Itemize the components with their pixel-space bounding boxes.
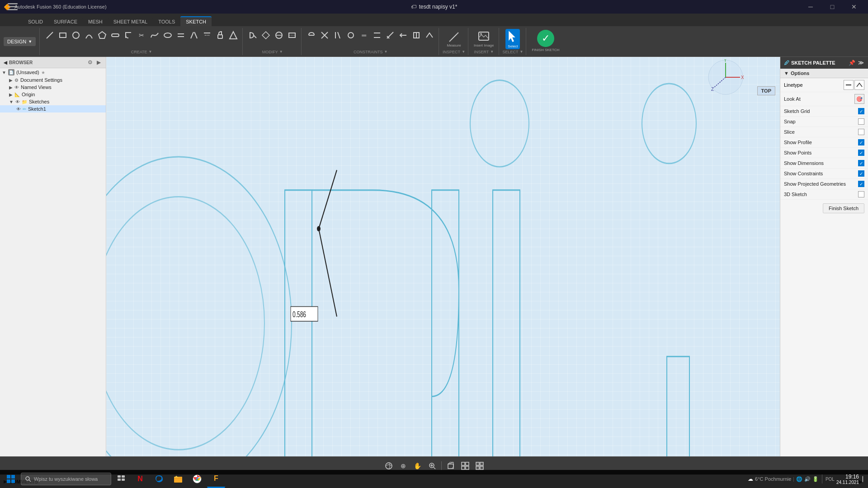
inspect-group-label[interactable]: INSPECT ▼ (443, 50, 465, 54)
select-button[interactable]: Select (505, 29, 520, 49)
tab-sketch[interactable]: SKETCH (180, 16, 212, 26)
constraint-btn8[interactable] (397, 29, 410, 42)
options-collapse-icon: ▼ (784, 70, 789, 76)
select-group-label[interactable]: SELECT ▼ (503, 50, 524, 54)
modify-btn4[interactable] (286, 29, 298, 42)
constraint-btn7[interactable] (384, 29, 396, 42)
tree-item-origin[interactable]: ▶ 📐 Origin (0, 91, 106, 98)
tray-volume-icon[interactable]: 🔊 (804, 476, 811, 482)
finish-sketch-palette-button[interactable]: Finish Sketch (823, 203, 864, 213)
line-tool-button[interactable] (43, 29, 56, 42)
show-projected-checkbox[interactable]: ✓ (858, 181, 864, 187)
modify-btn1[interactable] (246, 29, 259, 42)
tab-surface[interactable]: SURFACE (48, 17, 83, 26)
snap-checkbox[interactable] (858, 118, 864, 125)
show-dimensions-checkbox[interactable]: ✓ (858, 160, 864, 166)
tab-sheet-metal[interactable]: SHEET METAL (108, 17, 153, 26)
lock-tool-button[interactable] (214, 29, 226, 42)
offset-tool-button[interactable] (201, 29, 213, 42)
modify-btn3[interactable] (273, 29, 285, 42)
modify-btn2[interactable] (259, 29, 272, 42)
finish-sketch-button[interactable]: ✓ FINISH SKETCH (530, 29, 561, 53)
viewport[interactable]: X Y Z TOP (106, 57, 780, 456)
axis-indicator: X Y Z (708, 59, 744, 95)
tree-item-unsaved[interactable]: ▼ 📄 (Unsaved) ★ (0, 68, 106, 76)
svg-point-5 (73, 32, 79, 38)
tray-sep2 (822, 474, 822, 483)
window-controls[interactable]: ─ □ ✕ (800, 0, 864, 14)
restore-button[interactable]: □ (822, 0, 843, 14)
spline-tool-button[interactable] (148, 29, 161, 42)
show-desktop-btn[interactable]: ▏ (863, 476, 866, 482)
constraints-group-label[interactable]: CONSTRAINTS ▼ (305, 50, 436, 54)
constraint-btn2[interactable] (318, 29, 331, 42)
constraint-btn9[interactable] (410, 29, 423, 42)
rectangle-tool-button[interactable] (57, 29, 69, 42)
tree-item-named-views[interactable]: ▶ 👁 Named Views (0, 84, 106, 91)
browser-expand-btn[interactable]: ▶ (95, 59, 102, 66)
insert-image-button[interactable]: Insert Image (472, 29, 495, 48)
mirror-tool-button[interactable] (188, 29, 200, 42)
modify-group-label[interactable]: MODIFY ▼ (246, 50, 298, 54)
3d-sketch-checkbox[interactable] (858, 191, 864, 197)
ellipse-tool-button[interactable] (161, 29, 174, 42)
design-dropdown[interactable]: DESIGN ▼ (4, 28, 40, 55)
taskbar-netflix-app[interactable]: N (131, 470, 149, 488)
palette-pin-icon[interactable]: 📌 (848, 59, 855, 66)
taskbar-chrome-app[interactable] (188, 470, 206, 488)
start-button[interactable] (2, 470, 20, 488)
slice-checkbox[interactable] (858, 129, 864, 135)
browser-collapse-btn[interactable]: ◀ (4, 60, 7, 65)
tree-item-sketches[interactable]: ▼ 👁 📁 Sketches (0, 98, 106, 105)
sketch-grid-checkbox[interactable]: ✓ (858, 108, 864, 114)
lang-indicator[interactable]: POL (826, 477, 835, 482)
tab-mesh[interactable]: MESH (83, 17, 108, 26)
show-points-checkbox[interactable]: ✓ (858, 150, 864, 156)
polygon-tool-button[interactable] (96, 29, 108, 42)
taskbar-left: N F (2, 470, 225, 488)
show-constraints-checkbox[interactable]: ✓ (858, 170, 864, 177)
browser-settings-btn[interactable]: ⚙ (86, 59, 94, 66)
close-button[interactable]: ✕ (844, 0, 864, 14)
tray-battery-icon[interactable]: 🔋 (812, 476, 819, 482)
taskbar-fusion-app[interactable]: F (207, 470, 225, 488)
minimize-button[interactable]: ─ (800, 0, 821, 14)
palette-expand-icon[interactable]: ≫ (857, 59, 864, 66)
slot-tool-button[interactable] (109, 29, 122, 42)
search-box[interactable] (21, 473, 111, 485)
look-at-button[interactable]: 🎯 (854, 94, 864, 104)
constraint-btn6[interactable] (371, 29, 383, 42)
circle-tool-button[interactable] (70, 29, 82, 42)
search-input[interactable] (34, 476, 102, 482)
tray-network-icon[interactable]: 🌐 (796, 476, 802, 482)
linetype-right-btn[interactable] (854, 80, 864, 90)
tree-item-doc-settings[interactable]: ▶ ⚙ Document Settings (0, 76, 106, 84)
linetype-solid-btn[interactable] (844, 80, 854, 90)
tree-item-sketch1[interactable]: 👁 ✏ Sketch1 (0, 105, 106, 113)
triangle-tool-button[interactable] (227, 29, 240, 42)
equal-tool-button[interactable] (175, 29, 187, 42)
taskbar-explorer-app[interactable] (169, 470, 187, 488)
constraint-btn5[interactable]: ═ (358, 29, 370, 42)
show-profile-row: Show Profile ✓ (780, 137, 868, 148)
create-group-label[interactable]: CREATE ▼ (43, 50, 240, 54)
measure-button[interactable]: Measure (445, 29, 463, 48)
trim-tool-button[interactable]: ✂ (135, 29, 148, 42)
constraint-btn1[interactable] (305, 29, 318, 42)
design-button[interactable]: DESIGN ▼ (4, 37, 36, 46)
tray-cloud-icon[interactable]: ☁ (748, 476, 753, 482)
show-profile-checkbox[interactable]: ✓ (858, 139, 864, 145)
options-section-header[interactable]: ▼ Options (780, 69, 868, 78)
fillet-tool-button[interactable] (122, 29, 135, 42)
taskbar-edge-app[interactable] (150, 470, 168, 488)
tab-solid[interactable]: SOLID (23, 17, 48, 26)
constraint-btn3[interactable] (331, 29, 344, 42)
svg-rect-75 (7, 475, 10, 479)
constraint-btn10[interactable] (423, 29, 436, 42)
task-view-button[interactable] (112, 470, 130, 488)
app-menu-button[interactable] (4, 0, 22, 14)
insert-group-label[interactable]: INSERT ▼ (472, 50, 495, 54)
tab-tools[interactable]: TOOLS (153, 17, 180, 26)
constraint-btn4[interactable] (344, 29, 357, 42)
arc-tool-button[interactable] (83, 29, 95, 42)
